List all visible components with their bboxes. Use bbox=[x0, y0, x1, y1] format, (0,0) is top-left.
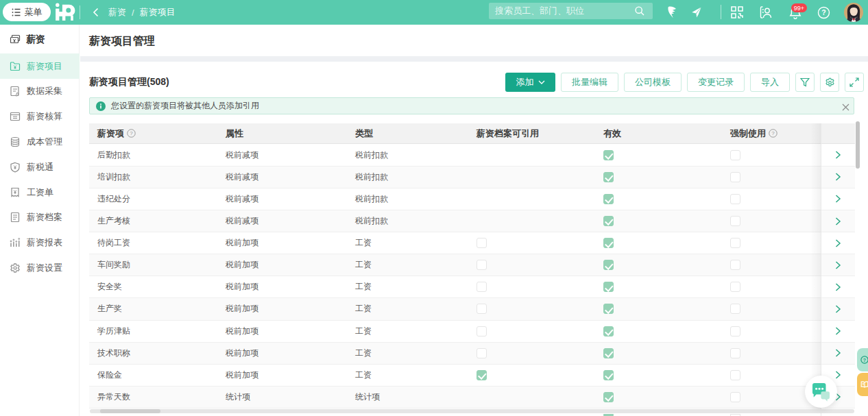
svg-text:?: ? bbox=[821, 8, 825, 16]
svg-text:?: ? bbox=[771, 130, 775, 136]
svg-text:?: ? bbox=[863, 357, 865, 363]
svg-text:?: ? bbox=[130, 130, 133, 136]
